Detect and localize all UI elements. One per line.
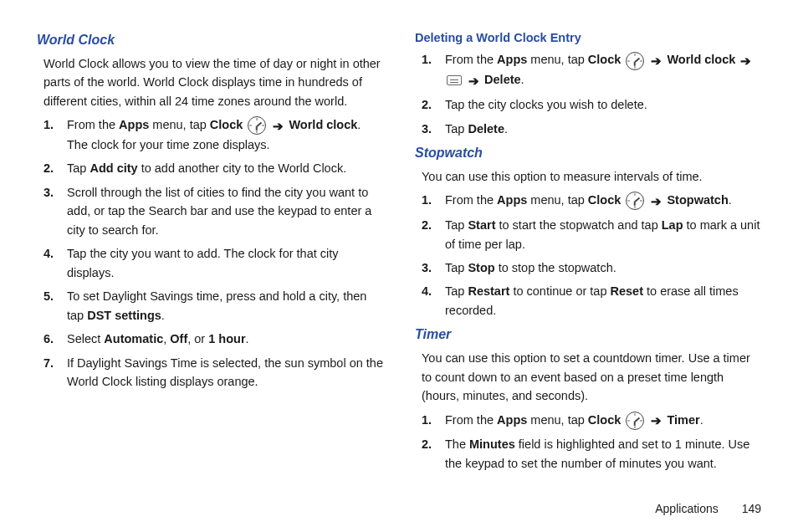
- step-body: From the Apps menu, tap Clock ➔ World cl…: [67, 115, 383, 154]
- page-number: 149: [742, 502, 761, 515]
- stopwatch-steps: 1. From the Apps menu, tap Clock ➔ Stopw…: [422, 191, 761, 320]
- step-body: To set Daylight Savings time, press and …: [67, 287, 383, 325]
- arrow-icon: ➔: [651, 194, 662, 208]
- heading-stopwatch: Stopwatch: [415, 143, 761, 164]
- deleting-steps: 1. From the Apps menu, tap Clock ➔ World…: [422, 50, 761, 138]
- world-clock-intro: World Clock allows you to view the time …: [43, 54, 383, 110]
- list-item: 4. Tap Restart to continue or tap Reset …: [422, 282, 761, 320]
- arrow-icon: ➔: [651, 54, 662, 68]
- step-number: 2.: [43, 159, 67, 177]
- step-body: From the Apps menu, tap Clock ➔ Timer.: [445, 411, 761, 431]
- step-body: From the Apps menu, tap Clock ➔ Stopwatc…: [445, 191, 761, 211]
- arrow-icon: ➔: [651, 413, 662, 427]
- clock-icon: [626, 192, 644, 210]
- footer-section: Applications: [655, 502, 719, 515]
- timer-steps: 1. From the Apps menu, tap Clock ➔ Timer…: [422, 411, 761, 473]
- step-number: 1.: [43, 115, 67, 154]
- step-body: Tap Start to start the stopwatch and tap…: [445, 216, 761, 253]
- list-item: 1. From the Apps menu, tap Clock ➔ World…: [43, 115, 383, 154]
- clock-icon: [248, 116, 266, 135]
- step-number: 7.: [43, 354, 67, 391]
- step-body: Select Automatic, Off, or 1 hour.: [67, 330, 383, 348]
- step-number: 3.: [422, 258, 445, 277]
- left-column: World Clock World Clock allows you to vi…: [37, 27, 383, 478]
- timer-intro: You can use this option to set a countdo…: [422, 349, 761, 405]
- stopwatch-intro: You can use this option to measure inter…: [422, 167, 761, 186]
- page-footer: Applications 149: [655, 502, 761, 515]
- list-item: 1. From the Apps menu, tap Clock ➔ World…: [422, 50, 761, 90]
- step-body: Tap the city you want to add. The clock …: [67, 244, 383, 282]
- step-body: Tap Delete.: [445, 120, 761, 138]
- list-item: 3. Scroll through the list of cities to …: [43, 183, 383, 239]
- list-item: 1. From the Apps menu, tap Clock ➔ Stopw…: [422, 191, 761, 211]
- step-body: Tap Add city to add another city to the …: [67, 159, 383, 177]
- step-number: 4.: [422, 282, 445, 320]
- step-number: 2.: [422, 216, 445, 253]
- step-number: 1.: [422, 50, 445, 90]
- step-body: If Daylight Savings Time is selected, th…: [67, 354, 383, 391]
- list-item: 6. Select Automatic, Off, or 1 hour.: [43, 330, 383, 348]
- list-item: 2. Tap the city clocks you wish to delet…: [422, 95, 761, 114]
- step-number: 3.: [43, 183, 67, 239]
- step-number: 6.: [43, 330, 67, 348]
- arrow-icon: ➔: [468, 74, 479, 88]
- step-number: 2.: [422, 95, 445, 114]
- clock-icon: [626, 412, 644, 430]
- list-item: 7. If Daylight Savings Time is selected,…: [43, 354, 383, 391]
- clock-icon: [626, 52, 644, 70]
- list-item: 3. Tap Delete.: [422, 120, 761, 138]
- step-body: Scroll through the list of cities to fin…: [67, 183, 383, 239]
- list-item: 3. Tap Stop to stop the stopwatch.: [422, 258, 761, 277]
- heading-deleting: Deleting a World Clock Entry: [415, 28, 761, 47]
- list-item: 2. The Minutes field is highlighted and …: [422, 435, 761, 473]
- list-item: 4. Tap the city you want to add. The clo…: [43, 244, 383, 282]
- arrow-icon: ➔: [740, 54, 751, 68]
- arrow-icon: ➔: [273, 119, 284, 133]
- list-item: 1. From the Apps menu, tap Clock ➔ Timer…: [422, 411, 761, 431]
- list-item: 2. Tap Add city to add another city to t…: [43, 159, 383, 177]
- step-body: The Minutes field is highlighted and set…: [445, 435, 761, 473]
- step-body: Tap Restart to continue or tap Reset to …: [445, 282, 761, 320]
- page-columns: World Clock World Clock allows you to vi…: [37, 27, 761, 478]
- step-number: 1.: [422, 411, 445, 431]
- step-number: 3.: [422, 120, 445, 138]
- step-body: Tap the city clocks you wish to delete.: [445, 95, 761, 114]
- right-column: Deleting a World Clock Entry 1. From the…: [415, 27, 761, 478]
- list-item: 5. To set Daylight Savings time, press a…: [43, 287, 383, 325]
- step-number: 5.: [43, 287, 67, 325]
- step-body: Tap Stop to stop the stopwatch.: [445, 258, 761, 277]
- step-number: 2.: [422, 435, 445, 473]
- step-number: 4.: [43, 244, 67, 282]
- list-item: 2. Tap Start to start the stopwatch and …: [422, 216, 761, 253]
- step-body: From the Apps menu, tap Clock ➔ World cl…: [445, 50, 761, 90]
- heading-world-clock: World Clock: [37, 30, 383, 51]
- menu-icon: [447, 75, 462, 85]
- world-clock-steps: 1. From the Apps menu, tap Clock ➔ World…: [43, 115, 383, 391]
- heading-timer: Timer: [415, 325, 761, 345]
- step-number: 1.: [422, 191, 445, 211]
